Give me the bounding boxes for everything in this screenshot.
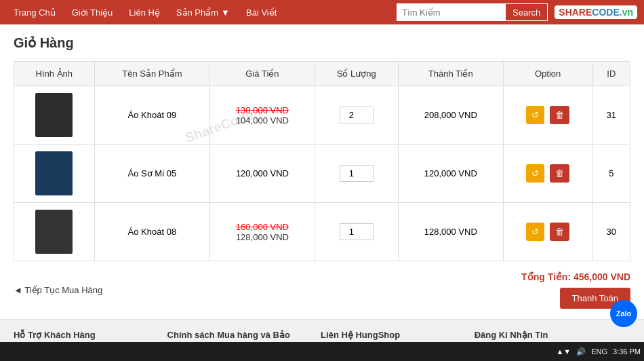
delete-button[interactable]: 🗑: [550, 164, 569, 183]
nav-search-area: Search: [397, 3, 548, 21]
col-total: Thành Tiền: [398, 62, 503, 86]
cart-footer: Tiếp Tục Mua Hàng Tổng Tiền: 456,000 VND…: [14, 271, 630, 309]
price-sale: 104,000 VND: [217, 115, 308, 126]
product-name-cell: Áo Sơ Mi 05: [94, 145, 210, 203]
taskbar-lang: ENG: [591, 347, 607, 356]
product-id-cell: 30: [592, 203, 630, 261]
nav-about[interactable]: Giới Thiệu: [65, 3, 120, 22]
taskbar: ▲▼ 🔊 ENG 3:36 PM: [0, 342, 644, 361]
cart-wrapper: ShareCode.vn Hình Ảnh Tên Sản Phẩm Giá T…: [14, 61, 630, 309]
taskbar-volume-icon: 🔊: [576, 347, 586, 356]
quantity-input[interactable]: [340, 223, 374, 240]
nav-blog[interactable]: Bài Viết: [239, 3, 283, 22]
product-image-cell: [14, 86, 95, 145]
product-qty-cell: [315, 86, 398, 145]
col-image: Hình Ảnh: [14, 62, 95, 86]
zalo-button[interactable]: Zalo: [610, 300, 637, 327]
nav-products[interactable]: Sản Phẩm ▼: [169, 3, 237, 22]
col-price: Giá Tiền: [210, 62, 315, 86]
product-image: [35, 151, 73, 195]
product-price-cell: 120,000 VND: [210, 145, 315, 203]
cart-total: Tổng Tiền: 456,000 VND: [521, 271, 630, 282]
footer-support-title: Hỗ Trợ Khách Hàng: [14, 330, 154, 340]
product-option-cell: ↺ 🗑: [503, 145, 592, 203]
cart-table: Hình Ảnh Tên Sản Phẩm Giá Tiền Số Lượng …: [14, 61, 630, 261]
footer-contact-title: Liên Hệ HungShop: [321, 330, 461, 340]
logo-share: SHARE: [559, 7, 592, 18]
delete-button[interactable]: 🗑: [550, 106, 569, 124]
main-content: Giỏ Hàng ShareCode.vn Hình Ảnh Tên Sản P…: [0, 24, 644, 319]
col-id: ID: [592, 62, 630, 86]
table-row: Áo Khoát 08160,000 VND128,000 VND128,000…: [14, 203, 630, 261]
taskbar-time: 3:36 PM: [613, 347, 641, 356]
search-input[interactable]: [397, 3, 505, 21]
product-name-cell: Áo Khoát 09: [94, 86, 210, 145]
col-name: Tên Sản Phẩm: [94, 62, 210, 86]
table-row: Áo Khoát 09130,000 VND104,000 VND208,000…: [14, 86, 630, 145]
update-button[interactable]: ↺: [526, 164, 544, 183]
product-option-cell: ↺ 🗑: [503, 203, 592, 261]
col-option: Option: [503, 62, 592, 86]
product-image: [35, 93, 73, 137]
product-id-cell: 31: [592, 86, 630, 145]
navbar: Trang Chủ Giới Thiệu Liên Hệ Sản Phẩm ▼ …: [0, 0, 644, 24]
update-button[interactable]: ↺: [526, 106, 544, 124]
taskbar-icons: ▲▼ 🔊 ENG 3:36 PM: [556, 347, 641, 356]
logo-code: CODE: [592, 7, 619, 18]
product-total-cell: 120,000 VND: [398, 145, 503, 203]
taskbar-network-icon: ▲▼: [556, 347, 571, 356]
product-name-cell: Áo Khoát 08: [94, 203, 210, 261]
logo-area: SHARE CODE .vn: [555, 5, 637, 19]
search-button[interactable]: Search: [505, 3, 548, 21]
logo-vn: .vn: [620, 7, 633, 18]
product-price-cell: 160,000 VND128,000 VND: [210, 203, 315, 261]
nav-home[interactable]: Trang Chủ: [7, 3, 62, 22]
product-total-cell: 208,000 VND: [398, 86, 503, 145]
chevron-down-icon: ▼: [221, 7, 230, 18]
continue-shopping-link[interactable]: Tiếp Tục Mua Hàng: [14, 285, 102, 295]
product-id-cell: 5: [592, 145, 630, 203]
price-original: 160,000 VND: [217, 222, 308, 232]
nav-links: Trang Chủ Giới Thiệu Liên Hệ Sản Phẩm ▼ …: [7, 3, 397, 22]
quantity-input[interactable]: [340, 107, 374, 124]
update-button[interactable]: ↺: [526, 223, 544, 241]
page-title: Giỏ Hàng: [14, 35, 630, 51]
col-qty: Số Lượng: [315, 62, 398, 86]
price-sale: 120,000 VND: [236, 168, 289, 178]
product-price-cell: 130,000 VND104,000 VND: [210, 86, 315, 145]
quantity-input[interactable]: [340, 165, 374, 182]
delete-button[interactable]: 🗑: [550, 223, 569, 241]
nav-contact[interactable]: Liên Hệ: [122, 3, 167, 22]
product-total-cell: 128,000 VND: [398, 203, 503, 261]
footer-newsletter-title: Đăng Kí Nhận Tin: [475, 330, 630, 340]
product-qty-cell: [315, 203, 398, 261]
price-original: 130,000 VND: [217, 105, 308, 115]
table-row: Áo Sơ Mi 05120,000 VND120,000 VND ↺ 🗑 5: [14, 145, 630, 203]
logo-box: SHARE CODE .vn: [555, 5, 637, 19]
product-image-cell: [14, 203, 95, 261]
product-option-cell: ↺ 🗑: [503, 86, 592, 145]
price-sale: 128,000 VND: [217, 232, 308, 242]
product-image-cell: [14, 145, 95, 203]
product-qty-cell: [315, 145, 398, 203]
product-image: [35, 210, 73, 254]
